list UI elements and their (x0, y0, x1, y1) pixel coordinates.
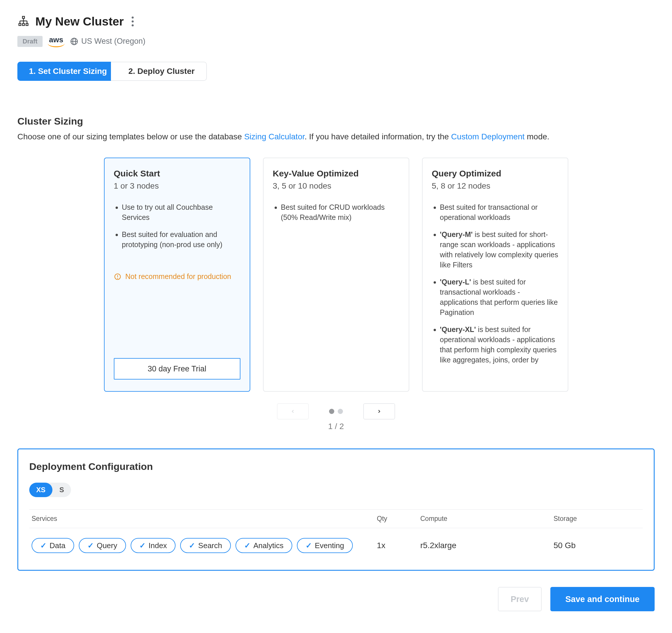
sizing-calculator-link[interactable]: Sizing Calculator (244, 132, 305, 141)
pager-dot[interactable] (338, 409, 343, 414)
template-card-quick-start[interactable]: Quick Start 1 or 3 nodes Use to try out … (104, 158, 250, 392)
table-row: ✓Data ✓Query ✓Index ✓Search ✓Analytics ✓… (29, 528, 643, 563)
pager-dots (329, 409, 343, 414)
card-subtitle: 5, 8 or 12 nodes (432, 181, 558, 191)
card-subtitle: 1 or 3 nodes (114, 181, 240, 191)
th-qty: Qty (377, 515, 420, 523)
card-bullet: 'Query-M' is best suited for short-range… (440, 230, 558, 270)
sizing-description: Choose one of our sizing templates below… (17, 132, 655, 141)
th-compute: Compute (420, 515, 554, 523)
step-2-deploy[interactable]: 2. Deploy Cluster (111, 62, 207, 81)
pager-next-button[interactable] (363, 403, 395, 420)
svg-rect-1 (19, 23, 21, 25)
pager-dot[interactable] (329, 409, 334, 414)
sizing-desc-pre: Choose one of our sizing templates below… (17, 132, 244, 141)
template-card-kv-optimized[interactable]: Key-Value Optimized 3, 5 or 10 nodes Bes… (263, 158, 409, 392)
card-bullet: Best suited for CRUD workloads (50% Read… (281, 202, 400, 222)
svg-rect-0 (23, 17, 25, 19)
svg-rect-2 (23, 23, 25, 25)
provider-aws-logo: aws (49, 36, 63, 47)
card-bullet: 'Query-XL' is best suited for operationa… (440, 325, 558, 365)
service-chip-data[interactable]: ✓Data (31, 538, 74, 553)
template-card-query-optimized[interactable]: Query Optimized 5, 8 or 12 nodes Best su… (422, 158, 568, 392)
sizing-desc-mid: . If you have detailed information, try … (305, 132, 451, 141)
page-counter: 1 / 2 (17, 422, 655, 431)
deploy-title: Deployment Configuration (29, 461, 643, 472)
cluster-icon (17, 15, 29, 27)
svg-point-11 (132, 24, 134, 26)
service-chip-search[interactable]: ✓Search (180, 538, 231, 553)
service-chip-eventing[interactable]: ✓Eventing (297, 538, 353, 553)
warning-text: Not recommended for production (125, 272, 231, 281)
svg-point-10 (132, 20, 134, 22)
deployment-config-panel: Deployment Configuration XS S Services Q… (17, 448, 655, 571)
prev-button[interactable]: Prev (498, 587, 542, 611)
more-menu-button[interactable] (129, 15, 136, 28)
card-title: Query Optimized (432, 169, 558, 179)
cell-storage: 50 Gb (554, 541, 643, 550)
status-badge: Draft (17, 36, 43, 47)
page-title: My New Cluster (35, 15, 124, 28)
size-s[interactable]: S (52, 483, 71, 497)
card-title: Quick Start (114, 169, 240, 179)
check-icon: ✓ (139, 541, 146, 550)
custom-deployment-link[interactable]: Custom Deployment (451, 132, 525, 141)
sizing-title: Cluster Sizing (17, 116, 655, 127)
card-subtitle: 3, 5 or 10 nodes (273, 181, 400, 191)
card-bullet: Use to try out all Couchbase Services (122, 202, 240, 222)
globe-icon (70, 37, 78, 46)
card-bullet: 'Query-L' is best suited for transaction… (440, 277, 558, 318)
card-bullet: Best suited for evaluation and prototypi… (122, 230, 240, 250)
check-icon: ✓ (40, 541, 47, 550)
sizing-desc-post: mode. (525, 132, 550, 141)
card-title: Key-Value Optimized (273, 169, 400, 179)
size-toggle: XS S (29, 483, 71, 497)
pager-prev-button[interactable] (277, 403, 309, 420)
region-label: US West (Oregon) (70, 37, 146, 46)
chevron-left-icon (290, 409, 295, 414)
cell-compute: r5.2xlarge (420, 541, 554, 550)
svg-rect-3 (26, 23, 28, 25)
cell-qty: 1x (377, 541, 420, 550)
step-1-sizing[interactable]: 1. Set Cluster Sizing (17, 62, 111, 81)
free-trial-button[interactable]: 30 day Free Trial (114, 358, 240, 379)
service-chip-analytics[interactable]: ✓Analytics (236, 538, 292, 553)
svg-point-9 (132, 17, 134, 19)
region-text: US West (Oregon) (81, 37, 146, 46)
service-chip-query[interactable]: ✓Query (79, 538, 126, 553)
check-icon: ✓ (306, 541, 312, 550)
check-icon: ✓ (189, 541, 195, 550)
check-icon: ✓ (244, 541, 250, 550)
warning-icon (114, 273, 121, 280)
th-storage: Storage (554, 515, 643, 523)
check-icon: ✓ (88, 541, 94, 550)
save-continue-button[interactable]: Save and continue (550, 587, 655, 611)
card-bullet: Best suited for transactional or operati… (440, 202, 558, 222)
service-chip-index[interactable]: ✓Index (130, 538, 176, 553)
production-warning: Not recommended for production (114, 272, 240, 281)
size-xs[interactable]: XS (29, 483, 52, 497)
th-services: Services (29, 515, 377, 523)
chevron-right-icon (377, 409, 382, 414)
